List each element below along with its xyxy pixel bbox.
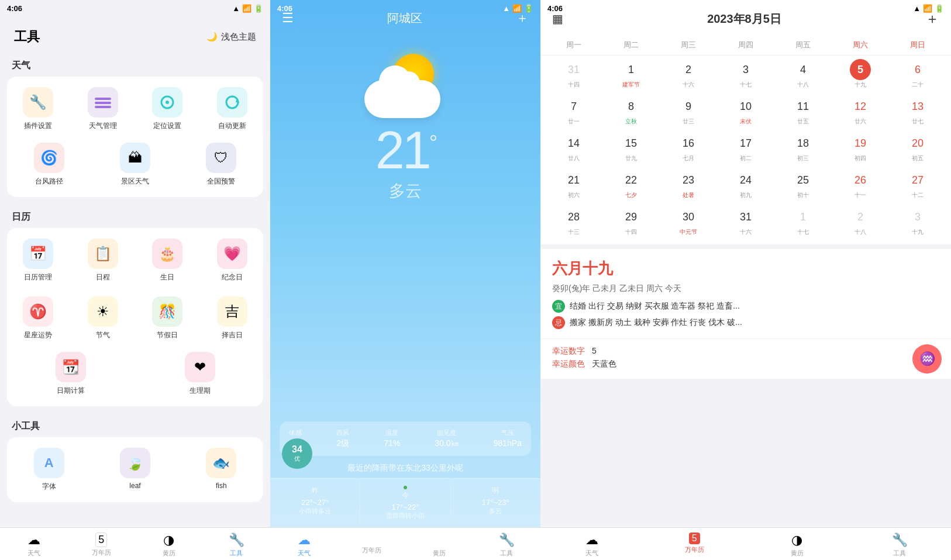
cal-day-18[interactable]: 18 初三 — [774, 129, 832, 166]
cal-day-31[interactable]: 31 十六 — [717, 203, 774, 240]
tool-leaf[interactable]: 🍃 leaf — [93, 442, 177, 497]
cal-day-21[interactable]: 21 初六 — [545, 166, 602, 203]
nav-huangli-3[interactable]: ◑ 黄历 — [746, 533, 849, 558]
tool-icon-lucky-day: 吉 — [217, 296, 247, 327]
nav-calendar-3[interactable]: 5 万年历 — [643, 533, 746, 558]
tool-auto-update[interactable]: 自动更新 — [201, 81, 264, 137]
cal-day-3[interactable]: 3 十七 — [717, 56, 774, 92]
tool-schedule[interactable]: 📋 日程 — [72, 233, 135, 288]
nav-huangli-1[interactable]: ◑ 黄历 — [135, 533, 203, 558]
tool-label-fish: fish — [216, 482, 227, 490]
tool-location[interactable]: 定位设置 — [136, 81, 199, 137]
cal-day-27[interactable]: 27 十二 — [889, 166, 946, 203]
tool-icon-birthday: 🎂 — [152, 238, 182, 269]
status-time-3: 4:06 — [547, 4, 563, 13]
tool-lucky-day[interactable]: 吉 择吉日 — [201, 291, 264, 346]
calendar-info: 六月十九 癸卯(兔)年 己未月 乙未日 周六 今天 宜 结婚 出行 交易 纳财 … — [540, 244, 951, 527]
calendar-weekdays: 周一 周二 周三 周四 周五 周六 周日 — [540, 35, 951, 56]
theme-button[interactable]: 🌙 浅色主题 — [206, 32, 256, 43]
cal-day-31-jul[interactable]: 31 十四 — [545, 56, 602, 92]
cal-day-28[interactable]: 28 十三 — [545, 203, 602, 240]
tool-weather-manage[interactable]: 天气管理 — [72, 81, 135, 137]
tool-plugin-settings[interactable]: 🔧 插件设置 — [7, 81, 70, 137]
moon-icon: 🌙 — [206, 32, 218, 42]
nav-tools-2[interactable]: 🔧 工具 — [473, 533, 541, 558]
tool-anniversary[interactable]: 💗 纪念日 — [201, 233, 264, 288]
nav-icon-tools-3: 🔧 — [892, 533, 908, 548]
nav-tools-3[interactable]: 🔧 工具 — [849, 533, 952, 558]
weather-illustration — [359, 48, 452, 118]
tool-label-solar-terms: 节气 — [96, 330, 110, 340]
nav-tools-1[interactable]: 🔧 工具 — [203, 533, 271, 558]
tool-typhoon[interactable]: 🌀 台风路径 — [7, 137, 91, 192]
cal-day-2[interactable]: 2 十六 — [660, 56, 717, 92]
cal-day-26[interactable]: 26 十一 — [832, 166, 889, 203]
calendar-panel: 4:06 ▲ 📶 🔋 ▦ 2023年8月5日 ＋ 周一 周二 周三 周四 周五 … — [540, 0, 951, 560]
cal-day-12[interactable]: 12 廿六 — [832, 92, 889, 129]
cal-day-14[interactable]: 14 廿八 — [545, 129, 602, 166]
cal-day-15[interactable]: 15 廿九 — [602, 129, 660, 166]
nav-icon-calendar-3: 5 — [689, 533, 700, 544]
nav-calendar-2[interactable]: 5 万年历 — [338, 533, 406, 558]
tool-scenic[interactable]: 🏔 景区天气 — [93, 137, 177, 192]
aqi-value: 34 — [292, 444, 302, 455]
aquarius-icon[interactable]: ♒ — [912, 344, 942, 374]
tool-date-calc[interactable]: 📆 日期计算 — [7, 346, 134, 402]
cal-day-23[interactable]: 23 处暑 — [660, 166, 717, 203]
cal-day-1[interactable]: 1 建军节 — [602, 56, 660, 92]
forecast-yesterday: 昨 22°~27° 小雨转多云 — [270, 479, 360, 527]
cal-day-25[interactable]: 25 初十 — [774, 166, 832, 203]
cal-day-5[interactable]: 5 十九 — [832, 56, 889, 92]
nav-huangli-2[interactable]: ◑ 黄历 — [405, 533, 473, 558]
cal-day-17[interactable]: 17 初二 — [717, 129, 774, 166]
nav-weather-1[interactable]: ☁ 天气 — [0, 533, 68, 558]
tool-icon-date-calc: 📆 — [56, 352, 86, 382]
tool-horoscope[interactable]: ♈ 星座运势 — [7, 291, 70, 346]
tool-solar-terms[interactable]: ☀ 节气 — [72, 291, 135, 346]
nav-calendar-1[interactable]: 5 万年历 — [68, 533, 136, 558]
cal-day-19[interactable]: 19 初四 — [832, 129, 889, 166]
weather-panel: 4:06 ▲ 📶 🔋 ☰ 阿城区 ＋ 34 优 21° — [270, 0, 540, 560]
cal-day-9[interactable]: 9 廿三 — [660, 92, 717, 129]
cal-day-8[interactable]: 8 立秋 — [602, 92, 660, 129]
weather-description: 多云 — [389, 180, 422, 202]
tool-icon-scenic: 🏔 — [120, 143, 150, 173]
detail-humidity: 湿度 71% — [384, 428, 400, 449]
cal-day-22[interactable]: 22 七夕 — [602, 166, 660, 203]
nav-icon-huangli-3: ◑ — [791, 533, 802, 548]
tool-label-scenic: 景区天气 — [121, 177, 149, 186]
tool-holidays[interactable]: 🎊 节假日 — [136, 291, 199, 346]
cal-day-2-sep[interactable]: 2 十八 — [832, 203, 889, 240]
nav-weather-2[interactable]: ☁ 天气 — [270, 533, 338, 558]
svg-rect-1 — [95, 102, 111, 104]
cal-day-13[interactable]: 13 廿七 — [889, 92, 946, 129]
tool-fish[interactable]: 🐟 fish — [180, 442, 263, 497]
aqi-label: 优 — [294, 455, 300, 463]
tool-font[interactable]: A 字体 — [7, 442, 91, 497]
svg-rect-0 — [95, 98, 111, 100]
tool-label-birthday: 生日 — [160, 272, 174, 282]
cal-day-10[interactable]: 10 末伏 — [717, 92, 774, 129]
cal-day-4[interactable]: 4 十八 — [774, 56, 832, 92]
cal-day-16[interactable]: 16 七月 — [660, 129, 717, 166]
cal-day-7[interactable]: 7 廿一 — [545, 92, 602, 129]
tool-cal-manage[interactable]: 📅 日历管理 — [7, 233, 70, 288]
lucky-section: 幸运数字 5 幸运颜色 天蓝色 ♒ — [540, 339, 951, 379]
cal-day-30[interactable]: 30 中元节 — [660, 203, 717, 240]
weather-tools-card: 🔧 插件设置 天气管理 定位设置 — [7, 77, 263, 197]
cal-day-11[interactable]: 11 廿五 — [774, 92, 832, 129]
cal-day-20[interactable]: 20 初五 — [889, 129, 946, 166]
cal-day-29[interactable]: 29 十四 — [602, 203, 660, 240]
cal-day-1-sep[interactable]: 1 十七 — [774, 203, 832, 240]
weather-body: 34 优 21° 多云 体感 20° — [270, 36, 540, 527]
cal-day-3-sep[interactable]: 3 十九 — [889, 203, 946, 240]
tool-warning[interactable]: 🛡 全国预警 — [180, 137, 263, 192]
cal-day-24[interactable]: 24 初九 — [717, 166, 774, 203]
cal-day-6[interactable]: 6 二十 — [889, 56, 946, 92]
nav-weather-3[interactable]: ☁ 天气 — [540, 533, 643, 558]
tool-birthday[interactable]: 🎂 生日 — [136, 233, 199, 288]
temp-display: 21° — [375, 124, 436, 177]
aqi-badge: 34 优 — [282, 438, 312, 469]
tool-menstrual[interactable]: ❤ 生理期 — [136, 346, 263, 402]
status-bar-2: 4:06 ▲ 📶 🔋 — [270, 0, 540, 16]
